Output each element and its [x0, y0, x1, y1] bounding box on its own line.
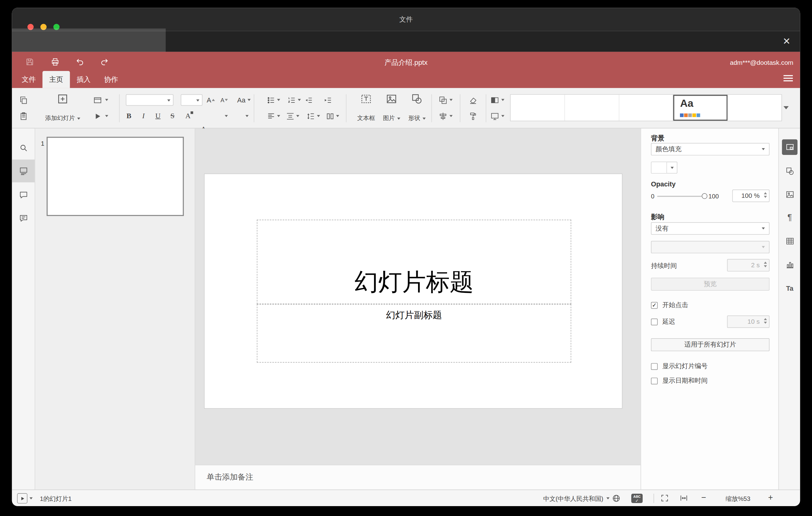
- columns-button[interactable]: [323, 109, 337, 123]
- slide-size-button[interactable]: [488, 109, 501, 123]
- insert-shape-button[interactable]: 形状: [402, 92, 431, 124]
- line-spacing-button[interactable]: [304, 109, 317, 123]
- language-selector[interactable]: 中文(中华人民共和国): [533, 495, 604, 504]
- slides-panel-icon[interactable]: [17, 164, 30, 178]
- bullets-button[interactable]: [264, 93, 278, 107]
- underline-button[interactable]: U: [151, 109, 165, 123]
- chevron-down-icon[interactable]: [450, 99, 453, 101]
- insert-image-button[interactable]: 图片: [377, 92, 406, 124]
- close-icon[interactable]: ✕: [781, 35, 793, 48]
- chevron-down-icon[interactable]: [30, 497, 33, 499]
- opacity-slider-knob[interactable]: [701, 193, 707, 199]
- fit-width-icon[interactable]: [679, 494, 689, 503]
- apply-to-all-slides-button[interactable]: 适用于所有幻灯片: [651, 338, 770, 351]
- delay-checkbox-row[interactable]: 延迟: [651, 318, 675, 326]
- start-on-click-checkbox-row[interactable]: ✓ 开始点击: [651, 301, 688, 310]
- opacity-slider-track[interactable]: [657, 196, 701, 197]
- search-icon[interactable]: [17, 141, 30, 154]
- increase-font-button[interactable]: A: [204, 93, 218, 107]
- slide-thumbnail[interactable]: [47, 137, 184, 216]
- chevron-down-icon[interactable]: [450, 115, 453, 117]
- start-slideshow-status-button[interactable]: [17, 493, 27, 504]
- chevron-down-icon[interactable]: [105, 99, 108, 101]
- chevron-down-icon[interactable]: [245, 115, 249, 117]
- hamburger-menu-icon[interactable]: [784, 75, 793, 82]
- title-placeholder[interactable]: 幻灯片标题: [257, 220, 571, 304]
- chart-settings-icon[interactable]: [783, 258, 796, 271]
- chevron-down-icon[interactable]: [277, 115, 280, 117]
- theme-option[interactable]: [619, 95, 673, 121]
- numbering-button[interactable]: [285, 93, 298, 107]
- checkbox-unchecked[interactable]: [651, 378, 658, 384]
- background-color-picker[interactable]: [651, 162, 677, 174]
- spellcheck-icon[interactable]: ABC ✓: [631, 494, 643, 503]
- tab-collaboration[interactable]: 协作: [97, 71, 125, 88]
- chevron-down-icon[interactable]: [225, 115, 228, 117]
- bold-button[interactable]: B: [122, 109, 136, 123]
- set-language-globe-icon[interactable]: [611, 494, 621, 503]
- add-slide-button[interactable]: 添加幻灯片: [42, 92, 83, 124]
- chevron-down-icon[interactable]: [607, 497, 610, 499]
- chevron-down-icon[interactable]: [501, 99, 504, 101]
- image-settings-icon[interactable]: [783, 188, 796, 201]
- font-size-select[interactable]: [181, 94, 202, 106]
- checkbox-unchecked[interactable]: [651, 363, 658, 370]
- insert-textbox-button[interactable]: 文本框: [351, 92, 381, 124]
- slide-layout-button[interactable]: [91, 93, 104, 107]
- tab-insert[interactable]: 插入: [70, 71, 97, 88]
- tab-home[interactable]: 主页: [42, 71, 70, 88]
- table-settings-icon[interactable]: [783, 234, 796, 248]
- opacity-input[interactable]: 100 %: [732, 190, 770, 202]
- theme-option[interactable]: [565, 95, 619, 121]
- chevron-down-icon[interactable]: [336, 115, 339, 117]
- increase-indent-button[interactable]: [321, 93, 335, 107]
- clear-style-button[interactable]: [466, 93, 480, 107]
- theme-option[interactable]: [511, 95, 565, 121]
- spinner-arrows[interactable]: [764, 192, 767, 198]
- slide-canvas[interactable]: 幻灯片标题 幻灯片副标题: [204, 173, 622, 409]
- vertical-align-button[interactable]: [283, 109, 297, 123]
- paragraph-settings-icon[interactable]: ¶: [783, 211, 796, 224]
- zoom-out-button[interactable]: −: [700, 493, 708, 503]
- chevron-down-icon[interactable]: [296, 115, 299, 117]
- tab-file[interactable]: 文件: [15, 71, 42, 88]
- comments-icon[interactable]: [17, 188, 30, 202]
- change-case-button[interactable]: Aa: [234, 93, 254, 107]
- strikethrough-button[interactable]: S: [166, 109, 179, 123]
- fill-type-select[interactable]: 颜色填充: [651, 143, 770, 155]
- chevron-down-icon[interactable]: [501, 115, 504, 117]
- start-slideshow-button[interactable]: [91, 109, 104, 123]
- theme-option[interactable]: [728, 95, 781, 121]
- show-slide-number-checkbox-row[interactable]: 显示幻灯片编号: [651, 362, 708, 371]
- decrease-indent-button[interactable]: [302, 93, 316, 107]
- checkbox-unchecked[interactable]: [651, 318, 658, 325]
- gallery-expand-chevron-icon[interactable]: [784, 106, 789, 109]
- slide-settings-icon-active[interactable]: [782, 140, 798, 155]
- arrange-shapes-button[interactable]: [436, 93, 450, 107]
- shape-settings-icon[interactable]: [783, 164, 796, 178]
- copy-button[interactable]: [17, 93, 30, 107]
- notes-area[interactable]: 单击添加备注: [195, 465, 641, 490]
- zoom-in-button[interactable]: +: [766, 493, 775, 503]
- effect-select[interactable]: 没有: [651, 222, 770, 234]
- chat-icon[interactable]: [17, 211, 30, 225]
- checkbox-checked[interactable]: ✓: [651, 302, 658, 309]
- show-date-time-checkbox-row[interactable]: 显示日期和时间: [651, 376, 708, 385]
- font-name-select[interactable]: [126, 94, 173, 106]
- align-shapes-button[interactable]: [436, 109, 450, 123]
- chevron-down-icon[interactable]: [317, 115, 320, 117]
- chevron-down-icon[interactable]: [277, 99, 280, 101]
- paste-button[interactable]: [17, 109, 30, 123]
- color-scheme-button[interactable]: [488, 93, 501, 107]
- chevron-down-icon[interactable]: [298, 99, 301, 101]
- decrease-font-button[interactable]: A: [218, 93, 231, 107]
- theme-option-selected[interactable]: Aa: [673, 95, 728, 121]
- superscript-button[interactable]: A: [181, 109, 195, 123]
- textart-settings-icon[interactable]: Ta: [783, 281, 796, 295]
- chevron-down-icon[interactable]: [105, 115, 108, 117]
- copy-style-button[interactable]: [466, 109, 480, 123]
- horizontal-align-button[interactable]: [264, 109, 278, 123]
- italic-button[interactable]: I: [137, 109, 150, 123]
- fit-slide-icon[interactable]: [660, 494, 669, 503]
- subtitle-placeholder[interactable]: 幻灯片副标题: [257, 304, 571, 363]
